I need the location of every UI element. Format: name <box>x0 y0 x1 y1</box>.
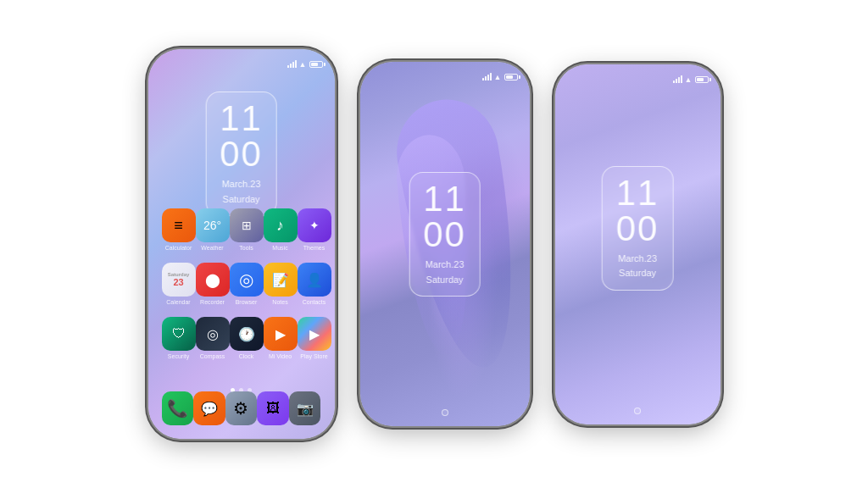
phone1-clock-widget: 11 00 March.23 Saturday <box>205 92 277 216</box>
app-playstore-icon: ▶ <box>298 317 331 351</box>
app-calculator-label: Calculator <box>165 245 192 251</box>
app-browser-label: Browser <box>236 299 258 305</box>
phone2-clock-min: 00 <box>423 217 466 252</box>
app-notes-label: Notes <box>272 299 287 305</box>
phone1-clock-date: March.23 Saturday <box>220 177 263 207</box>
phone3-clock-widget: 11 00 March.23 Saturday <box>602 166 674 291</box>
app-row-1: ≡ Calculator 26° Weather ⊞ Tools ♪ Music <box>162 208 321 251</box>
app-tools-label: Tools <box>239 245 253 251</box>
phone1-status-bar: ▲ <box>148 56 335 73</box>
app-calendar-label: Calendar <box>166 299 190 305</box>
battery-icon <box>309 61 323 68</box>
app-compass[interactable]: ◎ Compass <box>196 317 230 359</box>
app-calculator[interactable]: ≡ Calculator <box>162 208 196 251</box>
phone3-clock-hour: 11 <box>616 175 659 211</box>
phone3: ▲ 11 00 March.23 Saturday <box>555 64 721 424</box>
app-weather-icon: 26° <box>196 208 230 242</box>
phone2-container: ▲ 11 00 March.23 Saturday <box>360 62 530 426</box>
app-tools[interactable]: ⊞ Tools <box>230 208 264 251</box>
app-recorder[interactable]: ⬤ Recorder <box>196 263 230 305</box>
phone1-container: ▲ 11 00 March.23 Saturday <box>148 49 335 439</box>
app-security-label: Security <box>168 353 189 359</box>
app-compass-icon: ◎ <box>196 317 230 351</box>
dock-gallery[interactable]: 🖼 <box>257 391 289 425</box>
app-music-label: Music <box>272 245 287 251</box>
phone1-screen: ▲ 11 00 March.23 Saturday <box>148 49 335 439</box>
wifi-icon-3: ▲ <box>685 75 693 84</box>
phone2-status-bar: ▲ <box>360 69 530 86</box>
app-tools-icon: ⊞ <box>230 208 264 242</box>
app-notes[interactable]: 📝 Notes <box>264 263 298 305</box>
phone2-clock-hour: 11 <box>423 181 466 217</box>
phone2-screen: ▲ 11 00 March.23 Saturday <box>360 62 530 426</box>
app-recorder-icon: ⬤ <box>196 263 230 297</box>
battery-icon-2 <box>504 74 518 80</box>
app-calendar-icon: Saturday 23 <box>162 263 196 297</box>
app-mivideo[interactable]: ▶ Mi Video <box>264 317 298 359</box>
battery-icon-3 <box>695 76 709 83</box>
phone1-clock-min: 00 <box>220 136 263 172</box>
signal-icon <box>287 61 297 68</box>
app-browser-icon: ◎ <box>230 263 264 297</box>
phone1-clock-hour: 11 <box>220 101 263 136</box>
app-weather[interactable]: 26° Weather <box>196 208 230 251</box>
app-browser[interactable]: ◎ Browser <box>230 263 264 305</box>
dock-messages[interactable]: 💬 <box>193 391 225 425</box>
app-clock-icon: 🕐 <box>230 317 264 351</box>
phone2: ▲ 11 00 March.23 Saturday <box>360 62 530 426</box>
signal-icon-3 <box>673 76 682 83</box>
app-themes[interactable]: ✦ Themes <box>298 208 331 251</box>
app-music[interactable]: ♪ Music <box>264 208 298 251</box>
app-security[interactable]: 🛡 Security <box>162 317 196 359</box>
app-contacts[interactable]: 👤 Contacts <box>298 263 331 305</box>
wifi-icon: ▲ <box>299 60 307 69</box>
phone3-screen: ▲ 11 00 March.23 Saturday <box>555 64 721 424</box>
app-calendar[interactable]: Saturday 23 Calendar <box>162 263 196 305</box>
phone3-clock-date: March.23 Saturday <box>616 252 659 281</box>
signal-icon-2 <box>482 74 492 80</box>
phone2-clock-date: March.23 Saturday <box>423 258 466 287</box>
dock-phone[interactable]: 📞 <box>162 391 194 425</box>
app-contacts-label: Contacts <box>303 299 326 305</box>
wifi-icon-2: ▲ <box>494 73 502 81</box>
phone3-status-icons: ▲ <box>673 75 709 84</box>
phone2-status-icons: ▲ <box>482 73 518 81</box>
app-mivideo-label: Mi Video <box>269 353 292 359</box>
app-security-icon: 🛡 <box>162 317 196 351</box>
app-row-3: 🛡 Security ◎ Compass 🕐 Clock ▶ Mi Video <box>162 317 321 359</box>
phone2-clock-widget: 11 00 March.23 Saturday <box>409 172 481 297</box>
phone1-status-icons: ▲ <box>287 60 323 69</box>
phone1-dock: 📞 💬 ⚙ 🖼 📷 <box>148 386 335 430</box>
app-weather-label: Weather <box>201 245 223 251</box>
phone3-container: ▲ 11 00 March.23 Saturday <box>555 64 721 424</box>
phone3-camera-dot <box>634 408 641 414</box>
app-notes-icon: 📝 <box>264 263 298 297</box>
app-contacts-icon: 👤 <box>298 263 331 297</box>
app-themes-label: Themes <box>303 245 325 251</box>
dock-settings[interactable]: ⚙ <box>225 391 258 425</box>
dock-camera[interactable]: 📷 <box>289 391 321 425</box>
app-calculator-icon: ≡ <box>162 208 196 242</box>
phone2-camera-dot <box>442 409 448 416</box>
app-recorder-label: Recorder <box>200 299 225 305</box>
app-themes-icon: ✦ <box>298 208 331 242</box>
app-playstore-label: Play Store <box>300 353 327 359</box>
app-clock-label: Clock <box>239 353 254 359</box>
app-playstore[interactable]: ▶ Play Store <box>298 317 331 359</box>
app-row-2: Saturday 23 Calendar ⬤ Recorder ◎ Browse… <box>162 263 321 305</box>
phone3-status-bar: ▲ <box>555 71 721 88</box>
app-mivideo-icon: ▶ <box>264 317 298 351</box>
phone1-app-grid: ≡ Calculator 26° Weather ⊞ Tools ♪ Music <box>148 208 335 371</box>
app-music-icon: ♪ <box>264 208 298 242</box>
app-compass-label: Compass <box>200 353 225 359</box>
phone3-clock-min: 00 <box>616 211 659 247</box>
phone1: ▲ 11 00 March.23 Saturday <box>148 49 335 439</box>
app-clock[interactable]: 🕐 Clock <box>230 317 264 359</box>
